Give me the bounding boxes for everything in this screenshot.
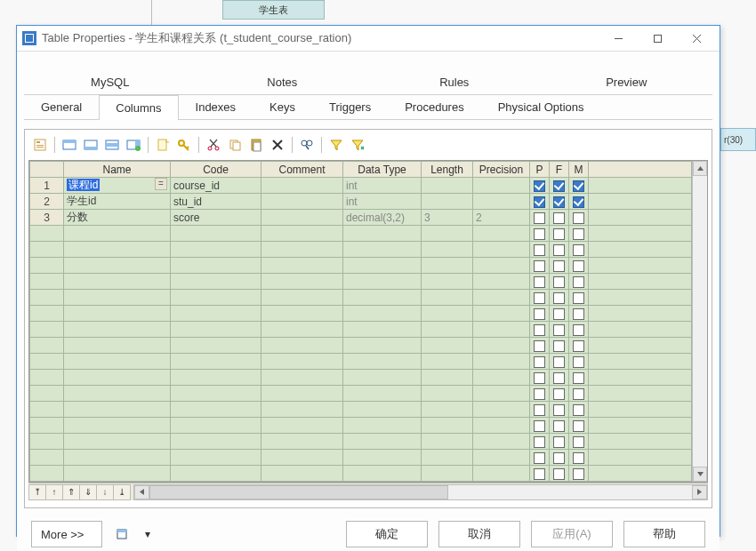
scroll-right-icon[interactable]	[692, 485, 707, 499]
cell-empty[interactable]	[30, 370, 64, 386]
cell-precision[interactable]	[473, 194, 530, 210]
cell-empty[interactable]	[569, 338, 589, 354]
header-comment[interactable]: Comment	[261, 162, 343, 178]
cell-empty[interactable]	[589, 290, 692, 306]
cell-empty[interactable]	[64, 466, 171, 482]
horizontal-scrollbar[interactable]	[133, 484, 708, 500]
cell-empty[interactable]	[473, 434, 530, 450]
cell-empty[interactable]	[343, 242, 422, 258]
cell-code[interactable]: course_id	[171, 178, 261, 194]
cell-empty[interactable]	[261, 370, 343, 386]
cell-m[interactable]	[569, 178, 589, 194]
cell-empty[interactable]	[64, 322, 171, 338]
checkbox-unchecked-icon[interactable]	[553, 228, 565, 240]
table-row-empty[interactable]	[30, 338, 692, 354]
checkbox-unchecked-icon[interactable]	[573, 244, 584, 256]
cell-empty[interactable]	[30, 354, 64, 370]
cell-empty[interactable]	[261, 338, 343, 354]
cell-empty[interactable]	[589, 418, 692, 434]
cell-empty[interactable]	[569, 354, 589, 370]
cell-empty[interactable]	[530, 258, 550, 274]
header-code[interactable]: Code	[171, 162, 261, 178]
cell-empty[interactable]	[530, 226, 550, 242]
cell-empty[interactable]	[422, 354, 473, 370]
tab-notes[interactable]: Notes	[197, 69, 369, 94]
header-p[interactable]: P	[530, 162, 550, 178]
checkbox-unchecked-icon[interactable]	[573, 212, 584, 224]
cell-empty[interactable]	[473, 338, 530, 354]
table-row-empty[interactable]	[30, 434, 692, 450]
cell-empty[interactable]	[171, 386, 261, 402]
cell-f[interactable]	[550, 194, 569, 210]
minimize-button[interactable]	[599, 26, 638, 51]
cell-empty[interactable]	[343, 434, 422, 450]
cell-empty[interactable]	[589, 258, 692, 274]
checkbox-unchecked-icon[interactable]	[553, 388, 565, 400]
cell-empty[interactable]	[171, 306, 261, 322]
cell-empty[interactable]	[343, 290, 422, 306]
cell-empty[interactable]	[473, 466, 530, 482]
tab-procedures[interactable]: Procedures	[388, 94, 480, 119]
cell-empty[interactable]	[171, 258, 261, 274]
cell-empty[interactable]	[530, 290, 550, 306]
cell-empty[interactable]	[569, 402, 589, 418]
cell-empty[interactable]	[550, 450, 569, 466]
append-row-icon[interactable]	[81, 135, 101, 155]
checkbox-unchecked-icon[interactable]	[573, 228, 584, 240]
cell-empty[interactable]	[473, 386, 530, 402]
cell-empty[interactable]	[422, 434, 473, 450]
cell-empty[interactable]	[261, 242, 343, 258]
checkbox-unchecked-icon[interactable]	[534, 340, 545, 352]
checkbox-unchecked-icon[interactable]	[534, 228, 545, 240]
cell-empty[interactable]	[261, 306, 343, 322]
tab-keys[interactable]: Keys	[253, 94, 312, 119]
checkbox-unchecked-icon[interactable]	[573, 292, 584, 304]
cell-empty[interactable]	[422, 370, 473, 386]
cell-empty[interactable]	[30, 466, 64, 482]
table-row-empty[interactable]	[30, 242, 692, 258]
table-row-empty[interactable]	[30, 274, 692, 290]
header-f[interactable]: F	[550, 162, 569, 178]
tab-indexes[interactable]: Indexes	[179, 94, 253, 119]
cell-empty[interactable]	[261, 402, 343, 418]
cell-empty[interactable]	[261, 354, 343, 370]
cell-f[interactable]	[550, 210, 569, 226]
cell-empty[interactable]	[422, 402, 473, 418]
cell-length[interactable]	[422, 178, 473, 194]
cell-empty[interactable]	[64, 402, 171, 418]
cell-p[interactable]	[530, 210, 550, 226]
hscroll-thumb[interactable]	[149, 485, 448, 499]
cell-empty[interactable]	[64, 306, 171, 322]
cell-empty[interactable]	[589, 306, 692, 322]
cell-datatype[interactable]: int	[343, 194, 422, 210]
preview-tool-icon[interactable]	[113, 524, 133, 544]
tab-physical-options[interactable]: Physical Options	[481, 94, 601, 119]
cell-empty[interactable]	[64, 418, 171, 434]
checkbox-unchecked-icon[interactable]	[553, 420, 565, 432]
checkbox-unchecked-icon[interactable]	[534, 212, 545, 224]
checkbox-unchecked-icon[interactable]	[553, 308, 565, 320]
cell-empty[interactable]	[569, 434, 589, 450]
scroll-down-icon[interactable]	[693, 467, 707, 482]
cell-empty[interactable]	[30, 274, 64, 290]
cell-empty[interactable]	[589, 274, 692, 290]
cell-empty[interactable]	[343, 418, 422, 434]
cell-empty[interactable]	[64, 274, 171, 290]
checkbox-checked-icon[interactable]	[553, 196, 565, 208]
cell-empty[interactable]	[422, 322, 473, 338]
cell-rest[interactable]	[589, 178, 692, 194]
cell-empty[interactable]	[343, 466, 422, 482]
checkbox-unchecked-icon[interactable]	[573, 420, 584, 432]
cell-empty[interactable]	[589, 402, 692, 418]
help-button[interactable]: 帮助	[623, 521, 705, 547]
find-icon[interactable]	[297, 135, 317, 155]
cell-empty[interactable]	[569, 290, 589, 306]
checkbox-unchecked-icon[interactable]	[534, 324, 545, 336]
cell-empty[interactable]	[30, 450, 64, 466]
cell-datatype[interactable]: decimal(3,2)	[343, 210, 422, 226]
cell-empty[interactable]	[64, 370, 171, 386]
cell-empty[interactable]	[473, 450, 530, 466]
nav-down-icon[interactable]: ↓	[96, 484, 114, 500]
cell-name[interactable]: 学生id	[64, 194, 171, 210]
cell-empty[interactable]	[473, 354, 530, 370]
